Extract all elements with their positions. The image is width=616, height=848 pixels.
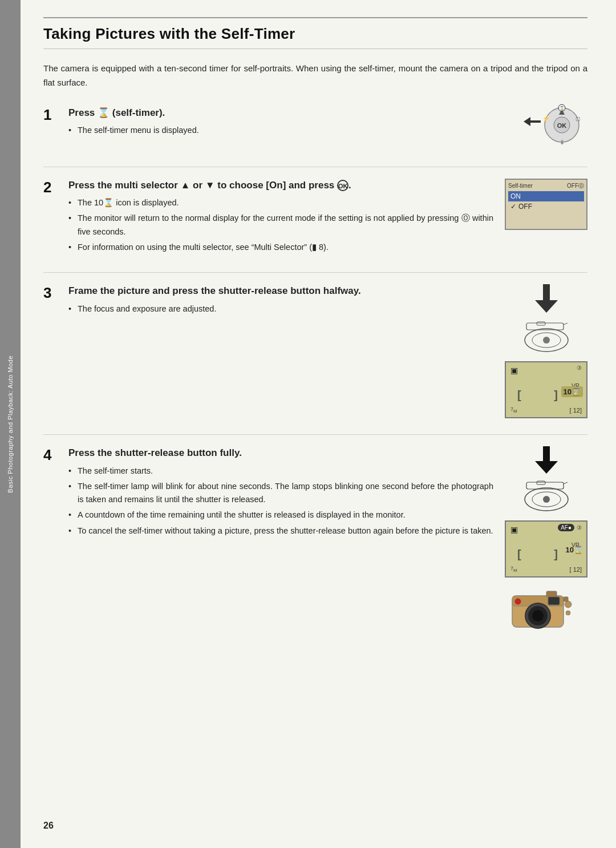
- lcd-screen-step3: ▣ ③ VR [ ] 10⌛: [505, 361, 587, 418]
- step-3-content: 3 Frame the picture and press the shutte…: [43, 284, 587, 418]
- menu-screen: Self-timer OFFⓄ ON ✓ OFF: [505, 179, 587, 230]
- lcd-af-area: AF● ③: [558, 524, 582, 531]
- svg-marker-19: [535, 461, 558, 474]
- sidebar: Basic Photography and Playback: Auto Mod…: [0, 0, 21, 848]
- step-2-header: Press the multi selector ▲ or ▼ to choos…: [68, 179, 493, 192]
- step-3-row: Frame the picture and press the shutter-…: [68, 284, 587, 418]
- svg-point-25: [543, 496, 550, 503]
- menu-off-label: OFFⓄ: [567, 182, 584, 190]
- step-3-divider: [43, 434, 587, 435]
- step-3-header: Frame the picture and press the shutter-…: [68, 284, 493, 298]
- camera-sketch-step3: [521, 320, 572, 354]
- svg-rect-32: [546, 591, 557, 597]
- step-1-bullets: The self-timer menu is displayed.: [68, 124, 502, 137]
- step-4-bullet-4: To cancel the self-timer without taking …: [68, 524, 493, 538]
- svg-point-35: [566, 611, 570, 615]
- step-1-content: 1 Press ⌛ (self-timer). The self-timer m…: [43, 106, 587, 151]
- svg-rect-10: [543, 284, 550, 301]
- step-3-body: Frame the picture and press the shutter-…: [64, 284, 587, 418]
- or-connector: or: [193, 180, 202, 191]
- step-4-row: Press the shutter-release button fully. …: [68, 446, 587, 630]
- svg-line-16: [564, 323, 568, 325]
- svg-text:OK: OK: [557, 122, 567, 129]
- svg-rect-15: [537, 322, 545, 325]
- svg-rect-33: [548, 597, 560, 605]
- step-1-row: Press ⌛ (self-timer). The self-timer men…: [68, 106, 587, 151]
- step-4-bullet-1: The self-timer starts.: [68, 465, 493, 478]
- step-3-bullets: The focus and exposure are adjusted.: [68, 302, 493, 316]
- svg-text:⌛: ⌛: [560, 106, 565, 111]
- step-2-bullet-1: The 10⌛ icon is displayed.: [68, 196, 493, 209]
- step-3-number: 3: [43, 284, 64, 418]
- ok-icon-step2: OK: [337, 180, 348, 191]
- lcd-timer-step4: 10⌛: [566, 546, 583, 554]
- step-4-body: Press the shutter-release button fully. …: [64, 446, 587, 630]
- menu-item-off: ✓ OFF: [508, 201, 584, 212]
- step-1-bullet-1: The self-timer menu is displayed.: [68, 124, 502, 137]
- shutter-half-arrow: [535, 284, 558, 316]
- svg-line-24: [564, 482, 568, 484]
- svg-marker-0: [524, 117, 541, 126]
- step-3: 3 Frame the picture and press the shutte…: [43, 284, 587, 435]
- camera-button-diagram: OK ⇓ ⚡ ▢ ⌛: [513, 103, 587, 149]
- lcd-screen-step4: ▣ AF● ③ VR [ ]: [505, 520, 587, 578]
- lcd-camera-icon: ▣: [510, 366, 518, 375]
- lcd-bracket-right-4: ]: [554, 548, 558, 561]
- step-3-bullet-1: The focus and exposure are adjusted.: [68, 302, 493, 316]
- step-3-text: Frame the picture and press the shutter-…: [68, 284, 493, 418]
- step-4-images: ▣ AF● ③ VR [ ]: [505, 446, 587, 630]
- svg-point-31: [515, 599, 521, 604]
- intro-text: The camera is equipped with a ten-second…: [43, 62, 587, 90]
- sidebar-label: Basic Photography and Playback: Auto Mod…: [7, 356, 14, 493]
- menu-item-on: ON: [508, 191, 584, 201]
- menu-screen-top: Self-timer OFFⓄ: [508, 182, 584, 190]
- step-1-body: Press ⌛ (self-timer). The self-timer men…: [64, 106, 587, 151]
- camera-photo-step4: [509, 584, 583, 630]
- step-2-row: Press the multi selector ▲ or ▼ to choos…: [68, 179, 587, 257]
- step-3-images: ▣ ③ VR [ ] 10⌛: [505, 284, 587, 418]
- step-2-image: Self-timer OFFⓄ ON ✓ OFF: [505, 179, 587, 257]
- step-1-number: 1: [43, 106, 64, 151]
- menu-screen-title: Self-timer: [508, 183, 533, 189]
- step-4-header: Press the shutter-release button fully.: [68, 446, 493, 460]
- lcd-bottom-left-step3: 7M: [510, 405, 517, 414]
- step-2-bullet-2: The monitor will return to the normal di…: [68, 212, 493, 238]
- lcd-bottom-right-step4: [ 12]: [570, 566, 582, 573]
- step-4-bullet-2: The self-timer lamp will blink for about…: [68, 480, 493, 506]
- step-4: 4 Press the shutter-release button fully…: [43, 446, 587, 630]
- step-2: 2 Press the multi selector ▲ or ▼ to cho…: [43, 179, 587, 273]
- step-2-content: 2 Press the multi selector ▲ or ▼ to cho…: [43, 179, 587, 257]
- step-2-divider: [43, 272, 587, 273]
- svg-text:⚡: ⚡: [542, 115, 550, 122]
- page-container: Basic Photography and Playback: Auto Mod…: [0, 0, 616, 848]
- lcd-camera-icon-4: ▣: [510, 525, 518, 534]
- step-2-bullets: The 10⌛ icon is displayed. The monitor w…: [68, 196, 493, 254]
- lcd-timer-step3: 10⌛: [561, 386, 583, 397]
- step-4-content: 4 Press the shutter-release button fully…: [43, 446, 587, 630]
- svg-marker-11: [535, 300, 558, 313]
- lcd-bottom-right-step3: [ 12]: [570, 407, 582, 414]
- step-4-number: 4: [43, 446, 64, 630]
- lcd-bracket-left-4: [: [517, 548, 521, 561]
- lcd-bracket-left: [: [517, 389, 521, 402]
- step-2-number: 2: [43, 179, 64, 257]
- svg-point-17: [543, 337, 550, 344]
- step-1-header: Press ⌛ (self-timer).: [68, 106, 502, 120]
- page-title: Taking Pictures with the Self-Timer: [43, 25, 587, 43]
- step-2-body: Press the multi selector ▲ or ▼ to choos…: [64, 179, 587, 257]
- svg-rect-18: [543, 446, 550, 462]
- camera-sketch-step4: [521, 479, 572, 514]
- menu-checkmark: ✓: [510, 203, 516, 211]
- step-2-text: Press the multi selector ▲ or ▼ to choos…: [68, 179, 493, 257]
- lcd-bracket-right: ]: [554, 389, 558, 402]
- lcd-bottom-left-step4: 7M: [510, 564, 517, 573]
- svg-point-34: [565, 601, 572, 608]
- step-1-divider: [43, 167, 587, 167]
- step-4-bullets: The self-timer starts. The self-timer la…: [68, 465, 493, 538]
- svg-text:⇓: ⇓: [560, 139, 565, 146]
- page-number: 26: [43, 821, 54, 831]
- title-section: Taking Pictures with the Self-Timer: [43, 17, 587, 49]
- step-4-text: Press the shutter-release button fully. …: [68, 446, 493, 630]
- lcd-in-icon: ③: [577, 365, 582, 371]
- shutter-full-arrow: [535, 446, 558, 475]
